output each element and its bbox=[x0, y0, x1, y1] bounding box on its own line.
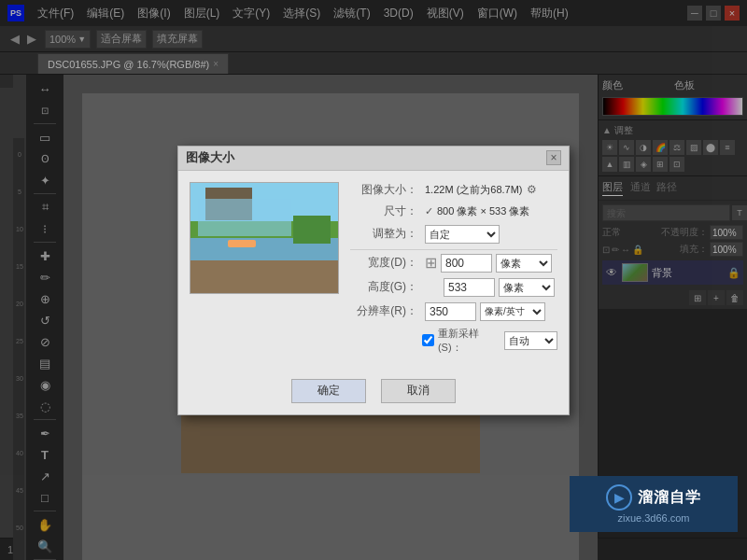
watermark-subtitle: zixue.3d66.com bbox=[617, 512, 689, 524]
resample-text: 重新采样(S)： bbox=[438, 327, 500, 355]
resolution-unit-select[interactable]: 像素/英寸 bbox=[480, 302, 545, 321]
dialog-close-button[interactable]: × bbox=[546, 150, 561, 165]
fit-to-label: 调整为： bbox=[350, 226, 425, 242]
form-divider bbox=[350, 249, 557, 250]
image-size-dialog: 图像大小 × 图像大小： 1.22M (之前为68.7M) ⚙ bbox=[177, 146, 570, 415]
cancel-button[interactable]: 取消 bbox=[381, 379, 456, 403]
dialog-form: 图像大小： 1.22M (之前为68.7M) ⚙ 尺寸： ✓ 800 像素 × … bbox=[350, 182, 557, 360]
height-row: 高度(G)： 像素 bbox=[350, 278, 557, 297]
height-unit-select[interactable]: 像素 bbox=[499, 278, 555, 297]
watermark-top: ▶ 溜溜自学 bbox=[606, 484, 701, 511]
dialog-content: 图像大小： 1.22M (之前为68.7M) ⚙ 尺寸： ✓ 800 像素 × … bbox=[178, 171, 569, 371]
resolution-row: 分辨率(R)： 像素/英寸 bbox=[350, 302, 557, 321]
dialog-title-bar: 图像大小 × bbox=[178, 147, 569, 171]
preview-trees bbox=[293, 216, 331, 244]
image-size-label: 图像大小： bbox=[350, 182, 425, 198]
resample-method-select[interactable]: 自动 bbox=[504, 331, 557, 350]
settings-icon[interactable]: ⚙ bbox=[527, 183, 537, 196]
resample-row: 重新采样(S)： 自动 bbox=[350, 327, 557, 355]
height-input[interactable] bbox=[444, 278, 495, 297]
image-size-value: 1.22M (之前为68.7M) bbox=[425, 183, 523, 197]
dimensions-row: 尺寸： ✓ 800 像素 × 533 像素 bbox=[350, 203, 557, 219]
watermark-play-icon: ▶ bbox=[606, 484, 632, 511]
width-row: 宽度(D)： ⊞ 像素 bbox=[350, 254, 557, 273]
resample-checkbox[interactable] bbox=[422, 334, 434, 346]
dialog-buttons: 确定 取消 bbox=[178, 371, 569, 414]
width-unit-select[interactable]: 像素 bbox=[496, 254, 552, 273]
height-label: 高度(G)： bbox=[350, 279, 425, 295]
fit-to-select[interactable]: 自定 bbox=[425, 225, 500, 244]
link-icon[interactable]: ⊞ bbox=[425, 254, 437, 272]
dialog-title: 图像大小 bbox=[186, 149, 234, 166]
preview-image bbox=[190, 183, 338, 293]
dialog-preview bbox=[190, 182, 339, 294]
dimensions-check: ✓ bbox=[425, 205, 433, 217]
resolution-input[interactable] bbox=[425, 302, 476, 321]
dimensions-value: 800 像素 × 533 像素 bbox=[437, 204, 529, 218]
width-input[interactable] bbox=[441, 254, 492, 273]
confirm-button[interactable]: 确定 bbox=[291, 379, 366, 403]
watermark-title: 溜溜自学 bbox=[638, 488, 701, 508]
preview-boat bbox=[228, 240, 256, 247]
width-label: 宽度(D)： bbox=[350, 255, 425, 271]
resolution-label: 分辨率(R)： bbox=[350, 303, 425, 319]
watermark: ▶ 溜溜自学 zixue.3d66.com bbox=[570, 476, 738, 532]
dimensions-label: 尺寸： bbox=[350, 203, 425, 219]
preview-sky bbox=[198, 199, 291, 236]
image-size-row: 图像大小： 1.22M (之前为68.7M) ⚙ bbox=[350, 182, 557, 198]
fit-to-row: 调整为： 自定 bbox=[350, 225, 557, 244]
